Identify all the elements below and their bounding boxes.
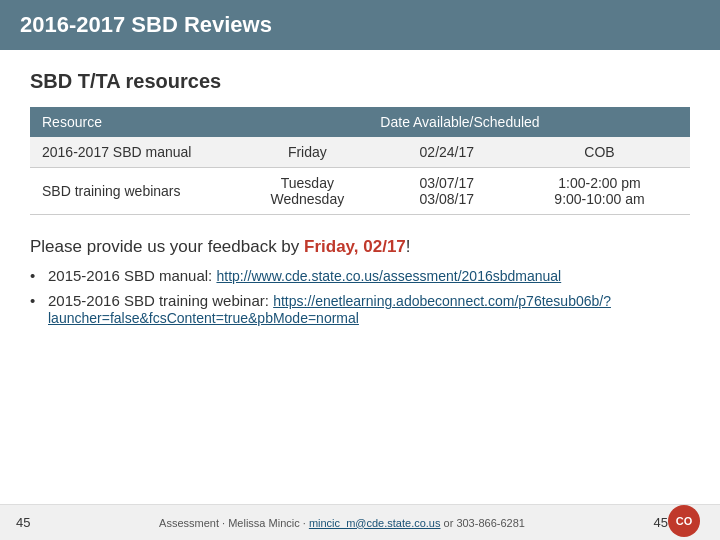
table-cell-date: 02/24/17 bbox=[385, 137, 509, 168]
table-cell-resource: 2016-2017 SBD manual bbox=[30, 137, 230, 168]
footer-slide-num-right: 45 bbox=[654, 515, 668, 530]
footer: 45 Assessment · Melissa Mincic · mincic_… bbox=[0, 504, 720, 540]
list-item: 2015-2016 SBD training webinar: https://… bbox=[30, 292, 690, 326]
table-cell-date: 03/07/17 03/08/17 bbox=[385, 168, 509, 215]
main-content: SBD T/TA resources Resource Date Availab… bbox=[0, 50, 720, 354]
col-resource: Resource bbox=[30, 107, 230, 137]
table-cell-day: Tuesday Wednesday bbox=[230, 168, 385, 215]
feedback-highlight: Friday, 02/17 bbox=[304, 237, 406, 256]
footer-slide-num-left: 45 bbox=[16, 515, 30, 530]
list-item: 2015-2016 SBD manual: http://www.cde.sta… bbox=[30, 267, 690, 284]
resources-table: Resource Date Available/Scheduled 2016-2… bbox=[30, 107, 690, 215]
footer-email-link[interactable]: mincic_m@cde.state.co.us bbox=[309, 517, 441, 529]
table-row: SBD training webinarsTuesday Wednesday03… bbox=[30, 168, 690, 215]
table-header-row: Resource Date Available/Scheduled bbox=[30, 107, 690, 137]
bullet-link-0[interactable]: http://www.cde.state.co.us/assessment/20… bbox=[216, 268, 561, 284]
table-cell-resource: SBD training webinars bbox=[30, 168, 230, 215]
body-section: Please provide us your feedback by Frida… bbox=[30, 237, 690, 326]
feedback-line: Please provide us your feedback by Frida… bbox=[30, 237, 690, 257]
footer-contact: Assessment · Melissa Mincic · mincic_m@c… bbox=[30, 517, 653, 529]
section-title: SBD T/TA resources bbox=[30, 70, 690, 93]
header-bar: 2016-2017 SBD Reviews bbox=[0, 0, 720, 50]
table-cell-time: 1:00-2:00 pm 9:00-10:00 am bbox=[509, 168, 690, 215]
table-cell-time: COB bbox=[509, 137, 690, 168]
bullet-list: 2015-2016 SBD manual: http://www.cde.sta… bbox=[30, 267, 690, 326]
co-logo: CO bbox=[668, 505, 704, 541]
table-row: 2016-2017 SBD manualFriday02/24/17COB bbox=[30, 137, 690, 168]
col-date-available: Date Available/Scheduled bbox=[230, 107, 690, 137]
table-cell-day: Friday bbox=[230, 137, 385, 168]
page-title: 2016-2017 SBD Reviews bbox=[20, 12, 272, 38]
co-logo-circle: CO bbox=[668, 505, 700, 537]
bullet-link-1[interactable]: https://enetlearning.adobeconnect.com/p7… bbox=[48, 293, 611, 326]
